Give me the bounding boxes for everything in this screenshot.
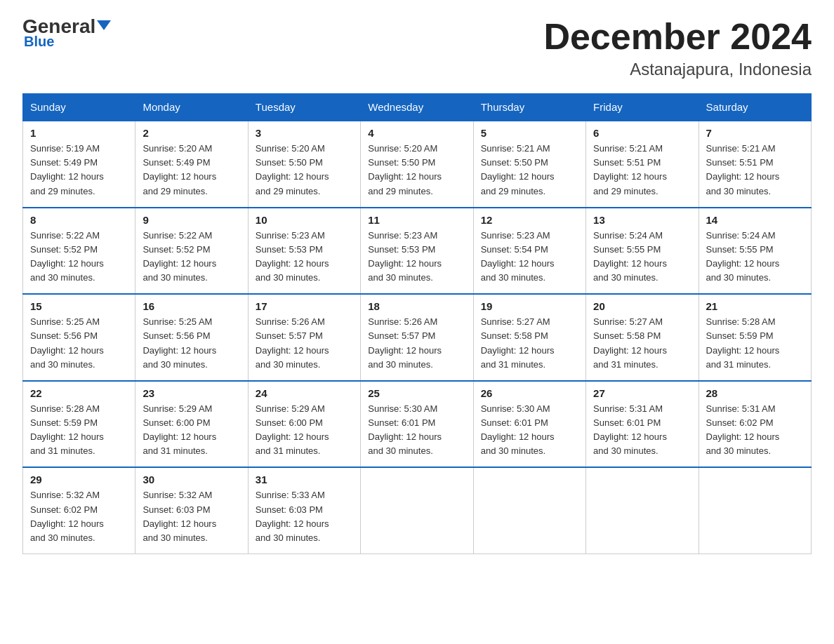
day-number: 5 bbox=[481, 127, 578, 139]
day-info: Sunrise: 5:21 AMSunset: 5:51 PMDaylight:… bbox=[593, 143, 667, 196]
day-number: 9 bbox=[143, 214, 240, 226]
day-info: Sunrise: 5:29 AMSunset: 6:00 PMDaylight:… bbox=[256, 403, 329, 456]
day-info: Sunrise: 5:25 AMSunset: 5:56 PMDaylight:… bbox=[143, 316, 216, 369]
day-number: 28 bbox=[706, 387, 804, 399]
table-row: 17 Sunrise: 5:26 AMSunset: 5:57 PMDaylig… bbox=[248, 294, 360, 381]
calendar-header-row: Sunday Monday Tuesday Wednesday Thursday… bbox=[23, 94, 812, 121]
day-number: 13 bbox=[593, 214, 691, 226]
day-info: Sunrise: 5:20 AMSunset: 5:50 PMDaylight:… bbox=[256, 143, 329, 196]
col-tuesday: Tuesday bbox=[248, 94, 360, 121]
day-number: 3 bbox=[256, 127, 353, 139]
table-row: 16 Sunrise: 5:25 AMSunset: 5:56 PMDaylig… bbox=[135, 294, 248, 381]
table-row: 12 Sunrise: 5:23 AMSunset: 5:54 PMDaylig… bbox=[473, 208, 585, 295]
logo-triangle-icon bbox=[97, 20, 111, 30]
day-number: 22 bbox=[30, 387, 128, 399]
day-info: Sunrise: 5:29 AMSunset: 6:00 PMDaylight:… bbox=[143, 403, 216, 456]
day-number: 25 bbox=[368, 387, 465, 399]
day-info: Sunrise: 5:24 AMSunset: 5:55 PMDaylight:… bbox=[593, 230, 667, 283]
table-row: 25 Sunrise: 5:30 AMSunset: 6:01 PMDaylig… bbox=[361, 381, 473, 468]
title-area: December 2024 Astanajapura, Indonesia bbox=[543, 17, 812, 79]
table-row bbox=[361, 467, 473, 554]
day-number: 20 bbox=[593, 300, 691, 312]
day-number: 11 bbox=[368, 214, 465, 226]
location-subtitle: Astanajapura, Indonesia bbox=[543, 60, 812, 79]
col-monday: Monday bbox=[135, 94, 248, 121]
day-info: Sunrise: 5:27 AMSunset: 5:58 PMDaylight:… bbox=[593, 316, 667, 369]
table-row: 30 Sunrise: 5:32 AMSunset: 6:03 PMDaylig… bbox=[135, 467, 248, 554]
day-number: 26 bbox=[481, 387, 578, 399]
day-info: Sunrise: 5:32 AMSunset: 6:02 PMDaylight:… bbox=[30, 490, 104, 542]
day-number: 27 bbox=[593, 387, 691, 399]
table-row: 18 Sunrise: 5:26 AMSunset: 5:57 PMDaylig… bbox=[361, 294, 473, 381]
month-title: December 2024 bbox=[543, 17, 812, 57]
col-thursday: Thursday bbox=[473, 94, 585, 121]
table-row: 27 Sunrise: 5:31 AMSunset: 6:01 PMDaylig… bbox=[586, 381, 699, 468]
table-row: 11 Sunrise: 5:23 AMSunset: 5:53 PMDaylig… bbox=[361, 208, 473, 295]
calendar-week-row: 1 Sunrise: 5:19 AMSunset: 5:49 PMDayligh… bbox=[23, 121, 812, 208]
table-row: 28 Sunrise: 5:31 AMSunset: 6:02 PMDaylig… bbox=[699, 381, 811, 468]
day-number: 18 bbox=[368, 300, 465, 312]
day-number: 24 bbox=[256, 387, 353, 399]
table-row bbox=[586, 467, 699, 554]
table-row: 14 Sunrise: 5:24 AMSunset: 5:55 PMDaylig… bbox=[699, 208, 811, 295]
table-row: 20 Sunrise: 5:27 AMSunset: 5:58 PMDaylig… bbox=[586, 294, 699, 381]
day-info: Sunrise: 5:22 AMSunset: 5:52 PMDaylight:… bbox=[143, 230, 216, 283]
logo: General Blue bbox=[22, 17, 111, 50]
calendar-table: Sunday Monday Tuesday Wednesday Thursday… bbox=[22, 93, 812, 554]
table-row: 24 Sunrise: 5:29 AMSunset: 6:00 PMDaylig… bbox=[248, 381, 360, 468]
table-row: 4 Sunrise: 5:20 AMSunset: 5:50 PMDayligh… bbox=[361, 121, 473, 208]
col-wednesday: Wednesday bbox=[361, 94, 473, 121]
day-info: Sunrise: 5:26 AMSunset: 5:57 PMDaylight:… bbox=[368, 316, 442, 369]
day-number: 12 bbox=[481, 214, 578, 226]
calendar-week-row: 22 Sunrise: 5:28 AMSunset: 5:59 PMDaylig… bbox=[23, 381, 812, 468]
table-row: 29 Sunrise: 5:32 AMSunset: 6:02 PMDaylig… bbox=[23, 467, 135, 554]
day-info: Sunrise: 5:28 AMSunset: 5:59 PMDaylight:… bbox=[706, 316, 780, 369]
day-number: 31 bbox=[256, 474, 353, 485]
day-info: Sunrise: 5:20 AMSunset: 5:50 PMDaylight:… bbox=[368, 143, 442, 196]
day-number: 4 bbox=[368, 127, 465, 139]
table-row: 5 Sunrise: 5:21 AMSunset: 5:50 PMDayligh… bbox=[473, 121, 585, 208]
day-info: Sunrise: 5:30 AMSunset: 6:01 PMDaylight:… bbox=[481, 403, 555, 456]
day-number: 29 bbox=[30, 474, 128, 485]
day-number: 15 bbox=[30, 300, 128, 312]
table-row: 21 Sunrise: 5:28 AMSunset: 5:59 PMDaylig… bbox=[699, 294, 811, 381]
day-info: Sunrise: 5:32 AMSunset: 6:03 PMDaylight:… bbox=[143, 490, 216, 542]
col-sunday: Sunday bbox=[23, 94, 135, 121]
day-number: 14 bbox=[706, 214, 804, 226]
day-number: 8 bbox=[30, 214, 128, 226]
day-number: 30 bbox=[143, 474, 240, 485]
day-info: Sunrise: 5:25 AMSunset: 5:56 PMDaylight:… bbox=[30, 316, 104, 369]
table-row: 26 Sunrise: 5:30 AMSunset: 6:01 PMDaylig… bbox=[473, 381, 585, 468]
page-header: General Blue December 2024 Astanajapura,… bbox=[22, 17, 812, 79]
col-saturday: Saturday bbox=[699, 94, 811, 121]
table-row: 6 Sunrise: 5:21 AMSunset: 5:51 PMDayligh… bbox=[586, 121, 699, 208]
day-info: Sunrise: 5:28 AMSunset: 5:59 PMDaylight:… bbox=[30, 403, 104, 456]
table-row: 8 Sunrise: 5:22 AMSunset: 5:52 PMDayligh… bbox=[23, 208, 135, 295]
day-number: 16 bbox=[143, 300, 240, 312]
day-number: 17 bbox=[256, 300, 353, 312]
table-row bbox=[699, 467, 811, 554]
table-row: 22 Sunrise: 5:28 AMSunset: 5:59 PMDaylig… bbox=[23, 381, 135, 468]
day-info: Sunrise: 5:21 AMSunset: 5:51 PMDaylight:… bbox=[706, 143, 780, 196]
col-friday: Friday bbox=[586, 94, 699, 121]
day-info: Sunrise: 5:33 AMSunset: 6:03 PMDaylight:… bbox=[256, 490, 329, 542]
day-info: Sunrise: 5:21 AMSunset: 5:50 PMDaylight:… bbox=[481, 143, 555, 196]
table-row bbox=[473, 467, 585, 554]
table-row: 1 Sunrise: 5:19 AMSunset: 5:49 PMDayligh… bbox=[23, 121, 135, 208]
table-row: 23 Sunrise: 5:29 AMSunset: 6:00 PMDaylig… bbox=[135, 381, 248, 468]
table-row: 7 Sunrise: 5:21 AMSunset: 5:51 PMDayligh… bbox=[699, 121, 811, 208]
day-number: 6 bbox=[593, 127, 691, 139]
day-info: Sunrise: 5:26 AMSunset: 5:57 PMDaylight:… bbox=[256, 316, 329, 369]
table-row: 3 Sunrise: 5:20 AMSunset: 5:50 PMDayligh… bbox=[248, 121, 360, 208]
day-info: Sunrise: 5:31 AMSunset: 6:02 PMDaylight:… bbox=[706, 403, 780, 456]
day-number: 2 bbox=[143, 127, 240, 139]
table-row: 2 Sunrise: 5:20 AMSunset: 5:49 PMDayligh… bbox=[135, 121, 248, 208]
day-info: Sunrise: 5:19 AMSunset: 5:49 PMDaylight:… bbox=[30, 143, 104, 196]
day-info: Sunrise: 5:23 AMSunset: 5:53 PMDaylight:… bbox=[368, 230, 442, 283]
table-row: 15 Sunrise: 5:25 AMSunset: 5:56 PMDaylig… bbox=[23, 294, 135, 381]
day-info: Sunrise: 5:23 AMSunset: 5:54 PMDaylight:… bbox=[481, 230, 555, 283]
day-info: Sunrise: 5:27 AMSunset: 5:58 PMDaylight:… bbox=[481, 316, 555, 369]
day-number: 23 bbox=[143, 387, 240, 399]
logo-blue-text: Blue bbox=[24, 34, 54, 50]
table-row: 19 Sunrise: 5:27 AMSunset: 5:58 PMDaylig… bbox=[473, 294, 585, 381]
